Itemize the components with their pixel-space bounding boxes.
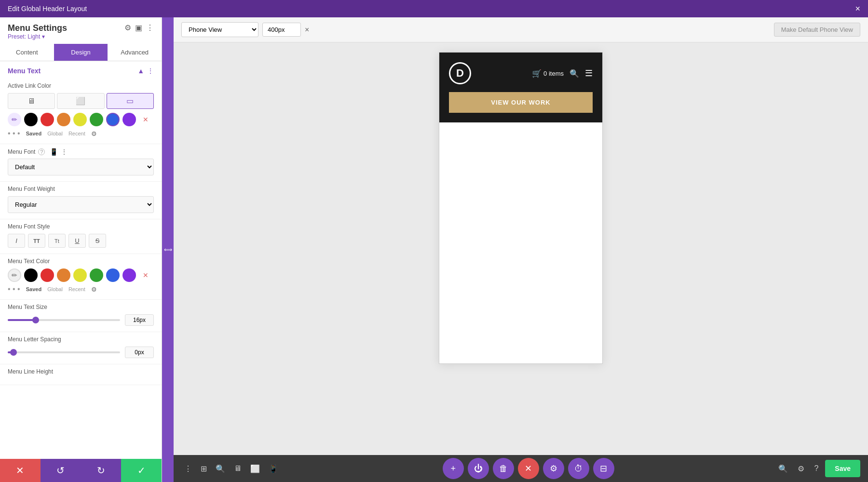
text-color-blue[interactable] [106,268,120,282]
preview-cta-button[interactable]: VIEW OUR WORK [449,92,593,113]
text-color-green[interactable] [90,268,103,282]
collapse-icon[interactable]: ▲ [137,67,144,75]
redo-button[interactable]: ↻ [81,459,122,482]
columns-btn[interactable]: ⊟ [593,458,614,479]
menu-font-select[interactable]: Default [8,159,154,175]
text-color-eyedropper[interactable]: ✏ [8,268,21,282]
preview-logo: D [449,62,471,84]
settings-icon-btn[interactable]: ⚙ [124,23,131,32]
color-red[interactable] [41,113,54,126]
color-orange[interactable] [57,113,70,126]
tt2-btn[interactable]: Tt [48,234,66,248]
undo-button[interactable]: ↺ [41,459,81,482]
mobile-icon: ▭ [126,96,134,106]
confirm-button[interactable]: ✓ [121,459,162,482]
view-select[interactable]: Phone View [181,22,258,37]
menu-text-section: Menu Text ▲ ⋮ [0,61,162,79]
recent-tab[interactable]: Recent [68,131,85,136]
menu-icon-btn[interactable]: ⋮ [146,23,154,32]
close-element-btn[interactable]: ✕ [518,458,539,479]
italic-btn[interactable]: I [8,234,25,248]
window-close-button[interactable]: × [855,4,860,14]
preview-cart: 🛒 0 items [532,69,564,78]
color-eyedropper[interactable]: ✏ [8,113,21,126]
element-settings-btn[interactable]: ⚙ [543,458,564,479]
panel-resize-handle[interactable]: ⟺ [162,17,174,482]
help-icon[interactable]: ? [38,148,45,155]
panel-header: Menu Settings Preset: Light ▾ ⚙ ▣ ⋮ [0,17,162,44]
style-btn-row: I TT Tt U S [8,234,154,248]
menu-text-label: Menu Text [8,67,41,75]
font-menu-icon[interactable]: ⋮ [61,148,68,156]
text-color-yellow[interactable] [73,268,87,282]
desktop-device-btn[interactable]: 🖥 [8,93,55,109]
right-search-btn[interactable]: 🔍 [775,461,791,476]
save-button[interactable]: Save [825,460,860,477]
panel-preset[interactable]: Preset: Light ▾ [8,33,67,40]
toolbar-options-btn[interactable]: ⋮ [181,461,195,476]
view-width-input[interactable]: 400px [262,23,301,37]
underline-btn[interactable]: U [68,234,86,248]
text-global-tab[interactable]: Global [47,286,63,292]
menu-text-size-group: Menu Text Size 16px [0,300,162,332]
text-size-slider[interactable] [8,319,120,321]
text-color-purple[interactable] [122,268,136,282]
preview-header-top: D 🛒 0 items 🔍 ☰ [449,62,593,84]
strikethrough-btn[interactable]: S [89,234,106,248]
history-btn[interactable]: ⏱ [568,458,589,479]
split-icon-btn[interactable]: ▣ [135,23,142,32]
toolbar-grid-btn[interactable]: ⊞ [198,461,210,476]
toolbar-tablet-btn[interactable]: ⬜ [247,461,263,476]
color-green[interactable] [90,113,103,126]
menu-text-color-row: ✏ ✕ [8,268,154,282]
text-color-eraser[interactable]: ✕ [139,268,152,282]
text-saved-tab[interactable]: Saved [26,286,41,292]
panel-content: Menu Text ▲ ⋮ Active Link Color 🖥 ⬜ [0,61,162,459]
right-settings-btn[interactable]: ⚙ [795,461,807,476]
color-blue[interactable] [106,113,120,126]
menu-font-group: Menu Font ? 📱 ⋮ Default [0,144,162,182]
color-black[interactable] [24,113,38,126]
preview-header: D 🛒 0 items 🔍 ☰ VIEW OUR WORK [439,53,602,122]
color-settings-btn[interactable]: ⚙ [91,130,97,137]
toolbar-desktop-btn[interactable]: 🖥 [231,461,244,476]
text-color-red[interactable] [41,268,54,282]
text-more-colors-btn[interactable]: • • • [8,285,20,294]
color-tabs-row: • • • Saved Global Recent ⚙ [8,129,154,138]
tablet-device-btn[interactable]: ⬜ [57,93,104,109]
letter-spacing-input[interactable]: 0px [125,347,154,358]
menu-letter-spacing-group: Menu Letter Spacing 0px [0,332,162,364]
menu-font-weight-select[interactable]: Regular Bold Light Medium [8,196,154,213]
letter-spacing-slider[interactable] [8,351,120,353]
tab-design[interactable]: Design [54,44,108,61]
tablet-icon: ⬜ [76,96,85,106]
power-btn[interactable]: ⏻ [468,458,489,479]
add-element-btn[interactable]: + [443,458,464,479]
left-panel: Menu Settings Preset: Light ▾ ⚙ ▣ ⋮ Cont… [0,17,162,482]
text-color-black[interactable] [24,268,38,282]
color-purple[interactable] [122,113,136,126]
color-eraser[interactable]: ✕ [139,113,152,126]
right-help-btn[interactable]: ? [811,461,821,476]
section-menu-icon[interactable]: ⋮ [147,67,154,75]
text-size-input[interactable]: 16px [125,314,154,326]
make-default-phone-btn[interactable]: Make Default Phone View [774,23,860,37]
mobile-device-btn[interactable]: ▭ [107,93,154,109]
global-tab[interactable]: Global [47,131,63,136]
color-yellow[interactable] [73,113,87,126]
cancel-button[interactable]: ✕ [0,459,41,482]
tab-advanced[interactable]: Advanced [108,44,162,61]
view-close-btn[interactable]: × [305,26,309,34]
active-link-color-group: Active Link Color 🖥 ⬜ ▭ ✏ [0,79,162,144]
more-colors-btn[interactable]: • • • [8,129,20,138]
tt1-btn[interactable]: TT [28,234,45,248]
delete-btn[interactable]: 🗑 [493,458,514,479]
footer-action-bar: ✕ ↺ ↻ ✓ [0,459,162,482]
text-color-orange[interactable] [57,268,70,282]
tab-content[interactable]: Content [0,44,54,61]
toolbar-phone-btn[interactable]: 📱 [266,461,281,476]
saved-tab[interactable]: Saved [26,131,41,136]
text-recent-tab[interactable]: Recent [68,286,85,292]
text-color-settings-btn[interactable]: ⚙ [91,286,97,293]
toolbar-search-btn[interactable]: 🔍 [213,461,228,476]
